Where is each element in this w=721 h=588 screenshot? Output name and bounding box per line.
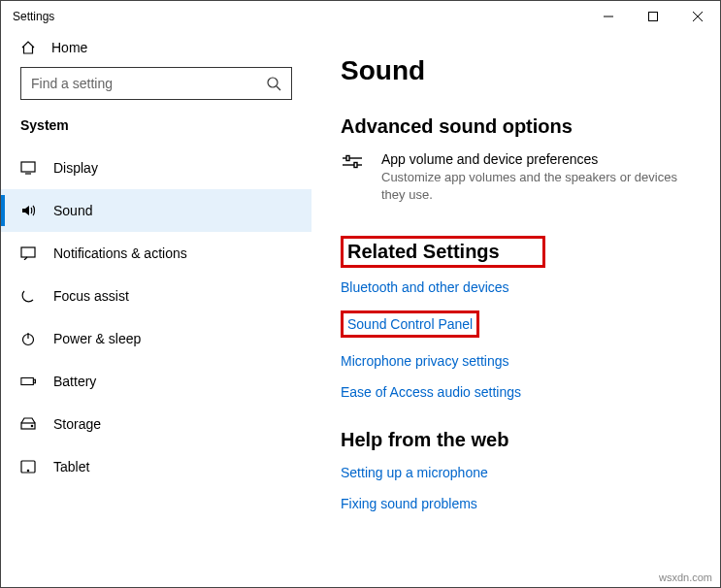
power-icon xyxy=(20,331,36,346)
advanced-item-title: App volume and device preferences xyxy=(381,151,701,167)
storage-icon xyxy=(20,416,36,432)
link-microphone-privacy[interactable]: Microphone privacy settings xyxy=(341,353,701,369)
focus-assist-icon xyxy=(20,288,36,304)
link-sound-control-panel[interactable]: Sound Control Panel xyxy=(347,316,473,332)
sidebar-item-label: Tablet xyxy=(53,459,89,474)
sidebar-item-label: Battery xyxy=(53,374,96,389)
svg-rect-18 xyxy=(346,156,349,161)
titlebar: Settings xyxy=(1,1,720,32)
watermark: wsxdn.com xyxy=(659,572,712,583)
sidebar-item-label: Display xyxy=(53,160,98,176)
link-setup-microphone[interactable]: Setting up a microphone xyxy=(341,465,701,480)
sidebar-item-label: Power & sleep xyxy=(53,331,141,346)
svg-rect-12 xyxy=(34,379,36,383)
svg-rect-11 xyxy=(21,377,33,384)
close-button[interactable] xyxy=(675,1,720,32)
display-icon xyxy=(20,160,36,176)
sliders-icon xyxy=(341,151,364,175)
sidebar-item-storage[interactable]: Storage xyxy=(1,403,311,445)
sidebar: Home Find a setting System Display Sound… xyxy=(1,32,311,587)
svg-rect-1 xyxy=(649,13,658,21)
svg-rect-20 xyxy=(354,163,357,168)
notifications-icon xyxy=(20,245,36,261)
sidebar-item-notifications[interactable]: Notifications & actions xyxy=(1,232,311,275)
window-controls xyxy=(586,1,720,32)
home-label: Home xyxy=(51,40,87,55)
link-bluetooth-devices[interactable]: Bluetooth and other devices xyxy=(341,279,701,295)
sidebar-item-battery[interactable]: Battery xyxy=(1,360,311,403)
minimize-button[interactable] xyxy=(586,1,631,32)
link-fix-sound-problems[interactable]: Fixing sound problems xyxy=(341,496,701,511)
sidebar-item-label: Sound xyxy=(53,203,92,218)
search-icon xyxy=(266,76,281,91)
link-ease-of-access-audio[interactable]: Ease of Access audio settings xyxy=(341,384,701,400)
maximize-button[interactable] xyxy=(631,1,675,32)
content-pane: Sound Advanced sound options App volume … xyxy=(311,32,720,587)
sidebar-item-label: Storage xyxy=(53,416,101,432)
advanced-item-subtitle: Customize app volumes and the speakers o… xyxy=(381,169,701,203)
tablet-icon xyxy=(20,459,36,474)
related-settings-heading: Related Settings xyxy=(347,241,539,263)
sound-icon xyxy=(20,203,36,218)
advanced-heading: Advanced sound options xyxy=(341,115,701,138)
window-title: Settings xyxy=(13,10,54,23)
sidebar-navlist: Display Sound Notifications & actions Fo… xyxy=(1,147,311,488)
svg-point-14 xyxy=(31,425,32,426)
sidebar-section-title: System xyxy=(1,117,311,147)
home-icon xyxy=(20,40,36,55)
sidebar-item-label: Focus assist xyxy=(53,288,129,304)
sidebar-item-focus-assist[interactable]: Focus assist xyxy=(1,275,311,317)
svg-point-16 xyxy=(27,470,28,471)
svg-point-4 xyxy=(268,78,278,87)
help-heading: Help from the web xyxy=(341,429,701,451)
home-nav[interactable]: Home xyxy=(1,32,311,67)
search-placeholder: Find a setting xyxy=(31,76,266,91)
highlight-box: Related Settings xyxy=(341,236,545,268)
svg-rect-8 xyxy=(21,247,35,257)
sidebar-item-display[interactable]: Display xyxy=(1,147,311,189)
battery-icon xyxy=(20,374,36,389)
sidebar-item-sound[interactable]: Sound xyxy=(1,189,311,232)
page-title: Sound xyxy=(341,55,701,86)
advanced-option-row[interactable]: App volume and device preferences Custom… xyxy=(341,151,701,203)
sidebar-item-power-sleep[interactable]: Power & sleep xyxy=(1,317,311,360)
svg-rect-6 xyxy=(21,162,35,172)
search-input[interactable]: Find a setting xyxy=(20,67,292,100)
highlight-box: Sound Control Panel xyxy=(341,310,479,338)
sidebar-item-label: Notifications & actions xyxy=(53,245,187,261)
sidebar-item-tablet[interactable]: Tablet xyxy=(1,445,311,488)
svg-line-5 xyxy=(277,86,280,90)
